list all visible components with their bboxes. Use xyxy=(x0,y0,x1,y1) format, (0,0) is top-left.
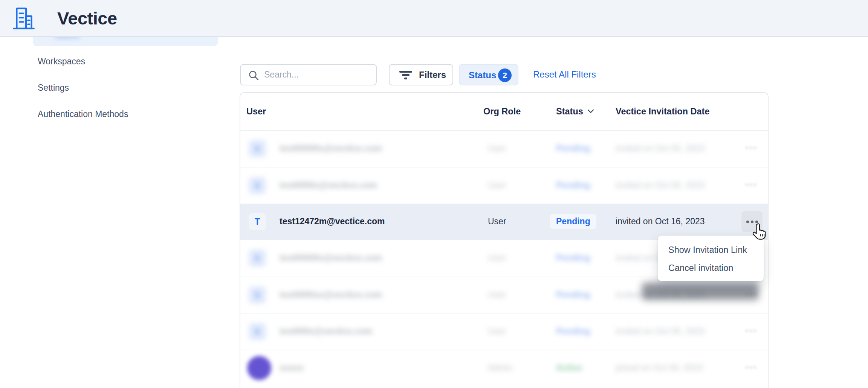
org-role: User xyxy=(488,326,506,336)
user-email: test0000xx@vectice.com xyxy=(280,290,382,300)
org-role: User xyxy=(488,180,506,190)
reset-all-filters-link[interactable]: Reset All Filters xyxy=(533,69,596,80)
brand-name: Vectice xyxy=(57,0,117,37)
table-row-selected[interactable]: T test12472m@vectice.com User Pending in… xyxy=(240,204,769,240)
invitation-date: invited on Oct 00, 2023 xyxy=(616,326,705,336)
status-badge: Pending xyxy=(556,180,590,190)
vectice-logo-icon xyxy=(11,6,36,31)
status-badge: Active xyxy=(556,363,582,373)
invitation-date: invited on Oct 00, 2023 xyxy=(616,143,705,154)
org-role: User xyxy=(488,253,506,263)
avatar: T xyxy=(249,213,266,230)
row-actions-button[interactable] xyxy=(744,144,757,151)
sidebar-item-workspaces[interactable]: Workspaces xyxy=(38,56,85,67)
user-email: test0000x@vectice.com xyxy=(280,180,377,190)
invitation-date: invited on Oct 00, 2023 xyxy=(616,180,705,190)
avatar: t xyxy=(249,286,266,304)
sidebar: Users Workspaces Settings Authentication… xyxy=(0,0,226,388)
table-header-row: User Org Role Status Vectice Invitation … xyxy=(240,93,768,131)
filters-button-label: Filters xyxy=(419,70,446,80)
user-email: test00000x@vectice.com xyxy=(280,253,382,263)
avatar: t xyxy=(249,323,266,340)
row-actions-button[interactable] xyxy=(744,181,757,188)
invitation-date: joined on Oct 00, 2023 xyxy=(616,363,703,373)
menu-item-cancel-invitation[interactable]: Cancel invitation xyxy=(658,259,764,277)
column-header-user: User xyxy=(246,107,266,117)
column-header-invitation-date: Vectice Invitation Date xyxy=(616,107,709,117)
table-row[interactable]: t test0000x@vectice.com User Pending inv… xyxy=(240,167,769,204)
status-filter-count-badge: 2 xyxy=(498,68,512,82)
org-role: User xyxy=(488,143,506,154)
search-field[interactable] xyxy=(240,64,377,85)
avatar: t xyxy=(249,250,266,267)
column-header-status[interactable]: Status xyxy=(556,107,594,117)
user-email: test00000x@vectice.com xyxy=(280,143,382,154)
column-header-org-role: Org Role xyxy=(483,107,521,117)
user-email: test000x@vectice.com xyxy=(280,326,372,336)
table-row[interactable]: xxxxx Admin Active joined on Oct 00, 202… xyxy=(240,350,769,386)
row-actions-context-menu: Show Invitation Link Cancel invitation xyxy=(658,236,764,281)
invitation-date: invited on Oct 16, 2023 xyxy=(616,216,705,227)
row-actions-button-active[interactable] xyxy=(741,211,763,232)
search-icon xyxy=(248,70,260,81)
org-role: User xyxy=(488,290,506,300)
user-email: test12472m@vectice.com xyxy=(280,216,385,227)
avatar xyxy=(247,356,271,380)
avatar: t xyxy=(249,140,266,157)
org-role: Admin xyxy=(488,363,512,373)
status-badge: Pending xyxy=(556,253,590,263)
menu-item-show-invitation-link[interactable]: Show Invitation Link xyxy=(658,241,764,259)
status-filter-chip[interactable]: Status 2 xyxy=(459,64,518,85)
blurred-tooltip xyxy=(642,283,759,300)
chevron-down-icon xyxy=(587,109,594,114)
app-root: Users Workspaces Settings Authentication… xyxy=(0,0,868,388)
app-header: Vectice xyxy=(0,0,868,37)
status-filter-label: Status xyxy=(469,70,496,81)
status-badge: Pending xyxy=(556,326,590,336)
status-badge: Pending xyxy=(556,143,590,154)
status-badge: Pending xyxy=(556,290,590,300)
table-row[interactable]: t test00000x@vectice.com User Pending in… xyxy=(240,131,769,167)
search-input[interactable] xyxy=(264,65,373,84)
status-badge: Pending xyxy=(556,216,596,229)
avatar: t xyxy=(249,177,266,194)
filter-icon xyxy=(399,71,412,80)
org-role: User xyxy=(488,216,506,227)
table-row[interactable]: t test000x@vectice.com User Pending invi… xyxy=(240,313,769,350)
row-actions-button[interactable] xyxy=(744,327,757,334)
filters-button[interactable]: Filters xyxy=(389,64,453,85)
sidebar-item-settings[interactable]: Settings xyxy=(38,82,69,93)
sidebar-item-authentication-methods[interactable]: Authentication Methods xyxy=(38,109,128,119)
row-actions-button[interactable] xyxy=(744,364,757,370)
user-email: xxxxx xyxy=(280,363,304,373)
